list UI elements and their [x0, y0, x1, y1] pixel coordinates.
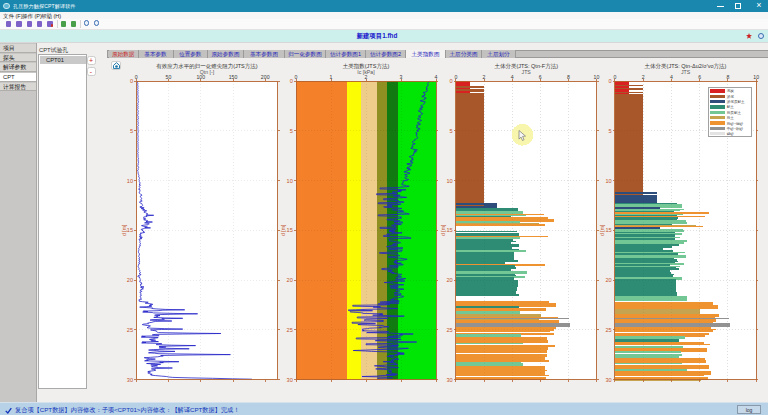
svg-text:粉砂~细砂: 粉砂~细砂 — [727, 121, 744, 126]
svg-text:8: 8 — [567, 74, 570, 80]
svg-text:25: 25 — [605, 327, 611, 333]
svg-text:10: 10 — [753, 74, 759, 80]
svg-text:25: 25 — [287, 327, 293, 333]
svg-text:1: 1 — [330, 74, 333, 80]
svg-text:5: 5 — [130, 128, 133, 134]
svg-text:20: 20 — [605, 277, 611, 283]
svg-text:0: 0 — [295, 74, 298, 80]
svg-text:2: 2 — [642, 74, 645, 80]
svg-text:Ic [kPa]: Ic [kPa] — [357, 69, 375, 75]
svg-text:25: 25 — [127, 327, 133, 333]
svg-text:10: 10 — [605, 178, 611, 184]
svg-text:d [m]: d [m] — [281, 224, 287, 236]
svg-text:5: 5 — [609, 128, 612, 134]
svg-text:JTS: JTS — [522, 69, 532, 75]
svg-text:25: 25 — [446, 327, 452, 333]
svg-text:0: 0 — [613, 74, 616, 80]
svg-text:15: 15 — [605, 227, 611, 233]
svg-text:黏土: 黏土 — [727, 105, 735, 109]
svg-text:JTS: JTS — [681, 69, 691, 75]
svg-text:5: 5 — [450, 128, 453, 134]
svg-text:20: 20 — [127, 277, 133, 283]
svg-text:30: 30 — [287, 377, 293, 383]
svg-text:中砂~粗砂: 中砂~粗砂 — [727, 127, 744, 131]
svg-text:4: 4 — [435, 74, 438, 80]
svg-text:20: 20 — [446, 277, 452, 283]
svg-text:10: 10 — [446, 178, 452, 184]
svg-text:15: 15 — [287, 227, 293, 233]
svg-text:2: 2 — [483, 74, 486, 80]
svg-text:15: 15 — [446, 227, 452, 233]
svg-text:8: 8 — [726, 74, 729, 80]
svg-text:粉土: 粉土 — [727, 115, 735, 120]
svg-text:Qtn [-]: Qtn [-] — [200, 69, 215, 75]
svg-text:6: 6 — [539, 74, 542, 80]
svg-text:5: 5 — [290, 128, 293, 134]
svg-text:30: 30 — [446, 377, 452, 383]
svg-text:淤泥质黏土: 淤泥质黏土 — [727, 99, 745, 104]
svg-text:10: 10 — [287, 178, 293, 184]
svg-text:50: 50 — [166, 74, 172, 80]
svg-text:0: 0 — [609, 78, 612, 84]
svg-text:0: 0 — [450, 78, 453, 84]
svg-text:30: 30 — [605, 377, 611, 383]
svg-text:d [m]: d [m] — [440, 224, 446, 236]
svg-text:0: 0 — [290, 78, 293, 84]
svg-text:d [m]: d [m] — [121, 224, 127, 236]
svg-text:粉质黏土: 粉质黏土 — [727, 110, 742, 115]
svg-text:30: 30 — [127, 377, 133, 383]
svg-text:0: 0 — [130, 78, 133, 84]
svg-text:15: 15 — [127, 227, 133, 233]
svg-text:3: 3 — [400, 74, 403, 80]
svg-text:20: 20 — [287, 277, 293, 283]
svg-text:6: 6 — [698, 74, 701, 80]
svg-text:10: 10 — [594, 74, 600, 80]
svg-text:4: 4 — [511, 74, 514, 80]
svg-text:砾砂: 砾砂 — [726, 132, 735, 136]
svg-text:200: 200 — [261, 74, 270, 80]
svg-text:0: 0 — [135, 74, 138, 80]
svg-text:10: 10 — [127, 178, 133, 184]
svg-text:淤泥: 淤泥 — [727, 94, 735, 99]
svg-text:0: 0 — [454, 74, 457, 80]
svg-text:泥炭: 泥炭 — [727, 88, 735, 93]
svg-text:4: 4 — [670, 74, 673, 80]
svg-text:150: 150 — [229, 74, 238, 80]
svg-text:d [m]: d [m] — [599, 224, 605, 236]
